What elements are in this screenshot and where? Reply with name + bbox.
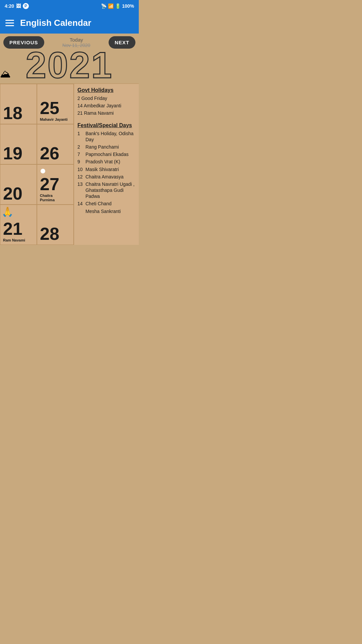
day-20: 20: [3, 185, 22, 202]
app-header: English Calendar: [0, 12, 139, 34]
event-21: Ram Navami: [3, 238, 25, 243]
govt-holidays-title: Govt Holidays: [77, 87, 135, 93]
day-26: 26: [40, 145, 59, 162]
festival-name-5: Masik Shivaratri: [85, 166, 135, 172]
festival-num-7: 13: [77, 181, 83, 200]
festival-5: 10 Masik Shivaratri: [77, 166, 135, 172]
day-18: 18: [3, 104, 22, 122]
festival-name-6: Chaitra Amavasya: [85, 174, 135, 180]
cell-18[interactable]: 18: [0, 84, 37, 124]
menu-button[interactable]: [5, 20, 14, 26]
calendar-row-1: 18 25 Mahavir Jayanti: [0, 84, 74, 124]
calendar-row-2: 19 26: [0, 124, 74, 164]
festival-num-5: 10: [77, 166, 83, 172]
festival-num-3: 7: [77, 151, 83, 157]
previous-button[interactable]: PREVIOUS: [3, 36, 44, 49]
festival-9: Mesha Sankranti: [77, 208, 135, 214]
festival-name-7: Chaitra Navratri Ugadi , Ghatasthapa Gud…: [85, 181, 135, 200]
today-label: Today: [44, 37, 109, 43]
status-left: 4:20 🖼 P: [5, 3, 29, 9]
calendar-area: 18 25 Mahavir Jayanti 19 26 20 27 C: [0, 84, 139, 245]
p-icon: P: [23, 3, 29, 9]
cell-19[interactable]: 19: [0, 124, 37, 164]
day-19: 19: [3, 145, 22, 162]
festival-name-3: Papmochani Ekadas: [85, 151, 135, 157]
cell-25[interactable]: 25 Mahavir Jayanti: [37, 84, 74, 124]
wifi-icon: 📡: [101, 3, 107, 9]
cell-21[interactable]: 🙏 21 Ram Navami: [0, 205, 37, 245]
info-panel: Govt Holidays 2 Good Friday 14 Ambedkar …: [74, 84, 139, 245]
current-date: Nov 11, 2020: [44, 43, 109, 48]
holiday-3: 21 Rama Navami: [77, 110, 135, 116]
festival-6: 12 Chaitra Amavasya: [77, 174, 135, 180]
festival-name-9: Mesha Sankranti: [85, 208, 135, 214]
calendar-grid: 18 25 Mahavir Jayanti 19 26 20 27 C: [0, 84, 74, 245]
battery-icon: 🔋: [115, 3, 121, 9]
festival-num-4: 9: [77, 159, 83, 165]
calendar-row-3: 20 27 ChaitraPurnima: [0, 164, 74, 205]
cell-28[interactable]: 28: [37, 205, 74, 245]
day-25: 25: [40, 99, 59, 117]
year-display: ⛰ 2021: [0, 50, 139, 84]
festival-name-8: Cheti Chand: [85, 201, 135, 207]
signal-icon: 📶: [108, 3, 114, 9]
festival-num-1: 1: [77, 130, 83, 143]
next-button[interactable]: NEXT: [109, 36, 135, 49]
festival-2: 2 Rang Panchami: [77, 144, 135, 150]
year-text: 2021: [26, 50, 113, 84]
photo-icon: 🖼: [16, 3, 21, 9]
festival-name-1: Bank's Holiday, Odisha Day: [85, 130, 135, 143]
festival-1: 1 Bank's Holiday, Odisha Day: [77, 130, 135, 143]
day-28: 28: [40, 225, 59, 243]
mountain-icon: ⛰: [0, 68, 11, 80]
status-right: 📡 📶 🔋 100%: [101, 3, 134, 9]
event-25: Mahavir Jayanti: [40, 117, 68, 122]
purnima-dot: [41, 169, 45, 173]
holiday-1: 2 Good Friday: [77, 95, 135, 101]
festivals-title: Festival/Special Days: [77, 122, 135, 128]
deity-icon: 🙏: [2, 206, 13, 217]
festival-num-6: 12: [77, 174, 83, 180]
festival-num-8: 14: [77, 201, 83, 207]
navigation-bar: PREVIOUS Today Nov 11, 2020 NEXT: [0, 34, 139, 50]
battery-level: 100%: [122, 3, 134, 9]
festival-3: 7 Papmochani Ekadas: [77, 151, 135, 157]
app-title: English Calendar: [20, 18, 91, 28]
holiday-2: 14 Ambedkar Jayanti: [77, 103, 135, 109]
cell-26[interactable]: 26: [37, 124, 74, 164]
festival-num-2: 2: [77, 144, 83, 150]
event-27: ChaitraPurnima: [40, 194, 55, 202]
festival-8: 14 Cheti Chand: [77, 201, 135, 207]
festival-name-2: Rang Panchami: [85, 144, 135, 150]
nav-center: Today Nov 11, 2020: [44, 37, 109, 48]
cell-20[interactable]: 20: [0, 164, 37, 205]
festival-num-9: [77, 208, 83, 214]
festival-name-4: Pradosh Vrat (K): [85, 159, 135, 165]
status-bar: 4:20 🖼 P 📡 📶 🔋 100%: [0, 0, 139, 12]
cell-27[interactable]: 27 ChaitraPurnima: [37, 164, 74, 205]
calendar-row-4: 🙏 21 Ram Navami 28: [0, 205, 74, 245]
festival-4: 9 Pradosh Vrat (K): [77, 159, 135, 165]
day-21: 21: [3, 220, 22, 237]
festival-7: 13 Chaitra Navratri Ugadi , Ghatasthapa …: [77, 181, 135, 200]
day-27: 27: [40, 175, 59, 193]
status-time: 4:20: [5, 3, 14, 9]
